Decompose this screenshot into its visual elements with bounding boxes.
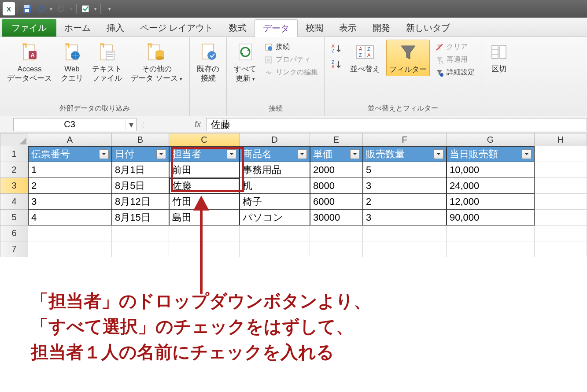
cell-F4[interactable]: 2 <box>363 194 447 210</box>
row-header-5[interactable]: 5 <box>0 210 28 226</box>
cell-B6[interactable] <box>112 226 169 241</box>
btn-other-sources[interactable]: その他の データ ソース ▾ <box>128 40 185 85</box>
cell-F1[interactable]: 販売数量 <box>363 146 447 162</box>
btn-existing-connections[interactable]: 既存の 接続 <box>194 40 222 85</box>
filter-btn-A[interactable] <box>99 149 109 159</box>
cell-G3[interactable]: 24,000 <box>447 178 535 194</box>
cell-E1[interactable]: 単価 <box>310 146 363 162</box>
cell-G7[interactable] <box>447 241 535 257</box>
cell-F7[interactable] <box>363 241 447 257</box>
tab-data[interactable]: データ <box>255 19 298 37</box>
cell-H3[interactable] <box>535 178 587 194</box>
tab-developer[interactable]: 開発 <box>365 19 398 37</box>
cell-D7[interactable] <box>240 241 310 257</box>
cell-H4[interactable] <box>535 194 587 210</box>
cell-D4[interactable]: 椅子 <box>240 194 310 210</box>
tab-formulas[interactable]: 数式 <box>221 19 255 37</box>
tab-home[interactable]: ホーム <box>56 19 99 37</box>
formula-input[interactable]: 佐藤 <box>206 118 587 131</box>
filter-btn-F[interactable] <box>434 149 443 159</box>
cell-A1[interactable]: 伝票番号 <box>28 146 112 162</box>
col-header-A[interactable]: A <box>28 133 112 146</box>
cell-E4[interactable]: 6000 <box>310 194 363 210</box>
btn-sort-asc[interactable]: AZ <box>329 43 344 54</box>
cell-G2[interactable]: 10,000 <box>447 162 535 178</box>
cell-F6[interactable] <box>363 226 447 241</box>
cell-A6[interactable] <box>28 226 112 241</box>
btn-sort[interactable]: AZZA 並べ替え <box>347 40 383 75</box>
cell-A2[interactable]: 1 <box>28 162 112 178</box>
cell-H1[interactable] <box>535 146 587 162</box>
cell-G5[interactable]: 90,000 <box>447 210 535 226</box>
filter-btn-E[interactable] <box>350 149 360 159</box>
tab-newtab[interactable]: 新しいタブ <box>398 19 458 37</box>
btn-access[interactable]: A Access データベース <box>4 40 55 85</box>
cell-H7[interactable] <box>535 241 587 257</box>
btn-text-to-columns[interactable]: 区切 <box>486 40 512 75</box>
col-header-C[interactable]: C <box>169 133 240 146</box>
col-header-H[interactable]: H <box>535 133 587 146</box>
col-header-B[interactable]: B <box>112 133 169 146</box>
cell-E6[interactable] <box>310 226 363 241</box>
undo-icon[interactable] <box>35 3 47 15</box>
cell-B2[interactable]: 8月1日 <box>112 162 169 178</box>
cell-H5[interactable] <box>535 210 587 226</box>
cell-E5[interactable]: 30000 <box>310 210 363 226</box>
cell-C1[interactable]: 担当者 <box>169 146 240 162</box>
col-header-D[interactable]: D <box>240 133 310 146</box>
cell-H2[interactable] <box>535 162 587 178</box>
name-box-value[interactable]: C3 <box>14 119 126 129</box>
tab-file[interactable]: ファイル <box>2 19 56 37</box>
cell-F2[interactable]: 5 <box>363 162 447 178</box>
row-header-3[interactable]: 3 <box>0 178 28 194</box>
btn-web[interactable]: Web クエリ <box>58 40 86 85</box>
row-header-4[interactable]: 4 <box>0 194 28 210</box>
filter-btn-D[interactable] <box>297 149 307 159</box>
row-header-7[interactable]: 7 <box>0 241 28 257</box>
cell-G1[interactable]: 当日販売額 <box>447 146 535 162</box>
btn-filter[interactable]: フィルター <box>386 40 430 76</box>
tab-insert[interactable]: 挿入 <box>99 19 132 37</box>
cell-B4[interactable]: 8月12日 <box>112 194 169 210</box>
row-header-6[interactable]: 6 <box>0 226 28 241</box>
excel-logo[interactable] <box>3 3 15 15</box>
qat-customize-icon[interactable]: ▾ <box>103 3 116 15</box>
filter-btn-B[interactable] <box>156 149 166 159</box>
cell-D6[interactable] <box>240 226 310 241</box>
cell-D3[interactable]: 机 <box>240 178 310 194</box>
cell-D2[interactable]: 事務用品 <box>240 162 310 178</box>
btn-refresh-all[interactable]: すべて 更新 ▾ <box>231 40 259 85</box>
row-header-2[interactable]: 2 <box>0 162 28 178</box>
filter-btn-G[interactable] <box>522 149 532 159</box>
cell-B7[interactable] <box>112 241 169 257</box>
cell-E3[interactable]: 8000 <box>310 178 363 194</box>
tab-pagelayout[interactable]: ページ レイアウト <box>132 19 221 37</box>
name-box[interactable]: C3 ▾ <box>13 118 137 131</box>
col-header-G[interactable]: G <box>447 133 535 146</box>
cell-D5[interactable]: パソコン <box>240 210 310 226</box>
cell-D1[interactable]: 商品名 <box>240 146 310 162</box>
btn-connections[interactable]: 接続 <box>262 41 320 52</box>
name-box-dropdown[interactable]: ▾ <box>126 119 136 130</box>
cell-E7[interactable] <box>310 241 363 257</box>
cell-A3[interactable]: 2 <box>28 178 112 194</box>
row-header-1[interactable]: 1 <box>0 146 28 162</box>
cell-B5[interactable]: 8月15日 <box>112 210 169 226</box>
cell-G4[interactable]: 12,000 <box>447 194 535 210</box>
col-header-E[interactable]: E <box>310 133 363 146</box>
cell-E2[interactable]: 2000 <box>310 162 363 178</box>
cell-G6[interactable] <box>447 226 535 241</box>
check-icon[interactable] <box>79 3 92 15</box>
cell-A7[interactable] <box>28 241 112 257</box>
col-header-F[interactable]: F <box>363 133 447 146</box>
btn-text[interactable]: テキスト ファイル <box>89 40 125 85</box>
save-icon[interactable] <box>21 3 33 15</box>
fx-icon[interactable]: fx <box>189 120 206 129</box>
select-all-cell[interactable] <box>0 133 28 146</box>
cell-A5[interactable]: 4 <box>28 210 112 226</box>
cell-A4[interactable]: 3 <box>28 194 112 210</box>
cell-F3[interactable]: 3 <box>363 178 447 194</box>
cell-C2[interactable]: 前田 <box>169 162 240 178</box>
cell-H6[interactable] <box>535 226 587 241</box>
btn-advanced[interactable]: 詳細設定 <box>433 67 476 78</box>
